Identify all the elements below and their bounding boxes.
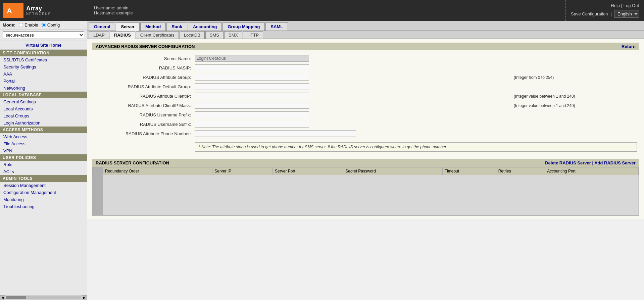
col-redundancy-order: Redundancy Order: [103, 167, 212, 175]
input-username-suffix[interactable]: [195, 121, 309, 128]
input-server-name[interactable]: [195, 55, 309, 62]
subtab-client-certs[interactable]: Client Certificates: [136, 31, 179, 39]
save-config-link[interactable]: Save Configuration: [571, 11, 608, 16]
input-attr-group[interactable]: [195, 74, 309, 81]
mode-label: Mode:: [3, 22, 15, 28]
col-retries: Retries: [496, 167, 545, 175]
sidebar-item-security[interactable]: Security Settings: [0, 63, 87, 70]
sidebar-item-file-access[interactable]: File Access: [0, 140, 87, 147]
input-nasip[interactable]: [195, 64, 309, 71]
hostname-label: Hostname: example: [94, 10, 558, 15]
tab-rank[interactable]: Rank: [166, 22, 187, 31]
col-timeout: Timeout: [443, 167, 496, 175]
subtab-ldap[interactable]: LDAP: [89, 31, 109, 39]
label-server-name: Server Name:: [92, 54, 193, 63]
server-section-title: RADIUS SERVER CONFIGURATION: [96, 160, 169, 165]
label-attr-group: RADIUS Attribute Group:: [92, 72, 193, 82]
site-select[interactable]: secure-access: [3, 31, 84, 39]
advanced-section-title-bar: ADVANCED RADIUS SERVER CONFIGURATION Ret…: [92, 43, 639, 50]
tab-general[interactable]: General: [89, 22, 115, 31]
label-username-suffix: RADIUS Username Suffix:: [92, 119, 193, 129]
sidebar-item-config-mgmt[interactable]: Configuration Management: [0, 189, 87, 196]
subtab-localdb[interactable]: LocalDB: [180, 31, 205, 39]
col-selector: [93, 167, 103, 175]
enable-radio[interactable]: [19, 23, 23, 27]
sidebar-item-local-accounts[interactable]: Local Accounts: [0, 105, 87, 112]
logout-link[interactable]: Log Out: [624, 3, 639, 8]
tab-accounting[interactable]: Accounting: [188, 22, 222, 31]
sidebar-item-session-mgmt[interactable]: Session Management: [0, 182, 87, 189]
tab-server[interactable]: Server: [116, 22, 139, 31]
save-area: Save Configuration | English: [571, 10, 639, 18]
col-server-port: Server Port: [273, 167, 343, 175]
scroll-right-arrow[interactable]: ▶: [82, 295, 87, 300]
subtab-smx[interactable]: SMX: [224, 31, 242, 39]
scroll-left-arrow[interactable]: ◀: [0, 295, 5, 300]
config-radio[interactable]: [42, 23, 46, 27]
sidebar-item-aaa[interactable]: AAA: [0, 70, 87, 78]
sidebar-item-web-access[interactable]: Web Access: [0, 133, 87, 140]
label-username-prefix: RADIUS Username Prefix:: [92, 110, 193, 119]
sidebar-item-local-groups[interactable]: Local Groups: [0, 112, 87, 119]
enable-radio-group: Enable: [19, 22, 38, 28]
add-radius-server-link[interactable]: Add RADIUS Server: [594, 160, 636, 165]
note-row: * Note: The attribute string is used to …: [92, 138, 639, 156]
scroll-track: [6, 296, 81, 299]
sidebar-item-monitoring[interactable]: Monitoring: [0, 196, 87, 203]
virtual-site-home-link[interactable]: Virtual Site Home: [26, 43, 61, 48]
section-header-local-db: LOCAL DATABASE: [0, 92, 87, 98]
field-server-name: Server Name:: [92, 54, 639, 63]
server-table-header-row: Redundancy Order Server IP Server Port S…: [93, 167, 639, 175]
field-nasip: RADIUS NASIP:: [92, 63, 639, 72]
label-attr-default-group: RADIUS Attribute Default Group:: [92, 82, 193, 91]
section-header-admin-tools: ADMIN TOOLS: [0, 175, 87, 182]
sub-tabs: LDAP RADIUS Client Certificates LocalDB …: [87, 31, 644, 39]
tab-group-mapping[interactable]: Group Mapping: [222, 22, 265, 31]
input-cell-nasip: [193, 63, 510, 72]
top-right-actions: Help | Log Out Save Configuration | Engl…: [566, 0, 644, 21]
main-content: General Server Method Rank Accounting Gr…: [87, 21, 644, 300]
subtab-radius[interactable]: RADIUS: [110, 31, 135, 39]
subtab-http[interactable]: HTTP: [243, 31, 263, 39]
field-attr-default-group: RADIUS Attribute Default Group:: [92, 82, 639, 91]
return-link[interactable]: Return: [622, 44, 636, 49]
field-attr-clientip-mask: RADIUS Attribute ClientIP Mask: (Integer…: [92, 101, 639, 110]
input-username-prefix[interactable]: [195, 111, 309, 118]
subtab-sms[interactable]: SMS: [205, 31, 224, 39]
field-attr-phone: RADIUS Attribute Phone Number:: [92, 129, 639, 138]
sidebar: Mode: Enable Config secure-access Virtua…: [0, 21, 87, 300]
input-attr-clientip-mask[interactable]: [195, 102, 309, 109]
tab-method[interactable]: Method: [140, 22, 166, 31]
svg-text:A: A: [7, 7, 12, 15]
input-cell-attr-default-group: [193, 82, 510, 91]
sidebar-item-role[interactable]: Role: [0, 161, 87, 168]
virtual-site-home: Virtual Site Home: [0, 41, 87, 50]
server-table-empty-row: [93, 175, 639, 215]
note-box: * Note: The attribute string is used to …: [195, 142, 637, 152]
tab-saml[interactable]: SAML: [265, 22, 288, 31]
section-header-access-methods: ACCESS METHODS: [0, 127, 87, 133]
sidebar-item-login-auth[interactable]: Login Authorization: [0, 119, 87, 127]
sidebar-item-acls[interactable]: ACLs: [0, 168, 87, 175]
sidebar-item-ssl[interactable]: SSL/DTLS Certificates: [0, 56, 87, 63]
input-attr-default-group[interactable]: [195, 83, 309, 90]
language-select[interactable]: English: [614, 10, 639, 18]
note-cell: * Note: The attribute string is used to …: [193, 138, 639, 156]
empty-data-area: [103, 175, 639, 215]
sidebar-item-vpn[interactable]: VPN: [0, 147, 87, 154]
user-info-area: Username: admin Hostname: example: [87, 0, 566, 21]
input-attr-phone[interactable]: [195, 130, 356, 137]
server-section-links: Delete RADIUS Server | Add RADIUS Server: [545, 160, 636, 165]
config-label: Config: [47, 22, 60, 28]
col-accounting-port: Accounting Port: [545, 167, 639, 175]
delete-radius-server-link[interactable]: Delete RADIUS Server: [545, 160, 591, 165]
input-attr-clientip[interactable]: [195, 93, 309, 99]
help-link[interactable]: Help: [611, 3, 620, 8]
sidebar-item-troubleshooting[interactable]: Troubleshooting: [0, 203, 87, 210]
sidebar-item-networking[interactable]: Networking: [0, 85, 87, 92]
sidebar-item-general-settings[interactable]: General Settings: [0, 98, 87, 105]
logo-icon: A: [3, 3, 23, 18]
sidebar-scrollbar[interactable]: ◀ ▶: [0, 295, 87, 300]
sidebar-item-portal[interactable]: Portal: [0, 78, 87, 85]
form-table: Server Name: RADIUS NASIP: RADIUS Attrib…: [92, 54, 639, 156]
